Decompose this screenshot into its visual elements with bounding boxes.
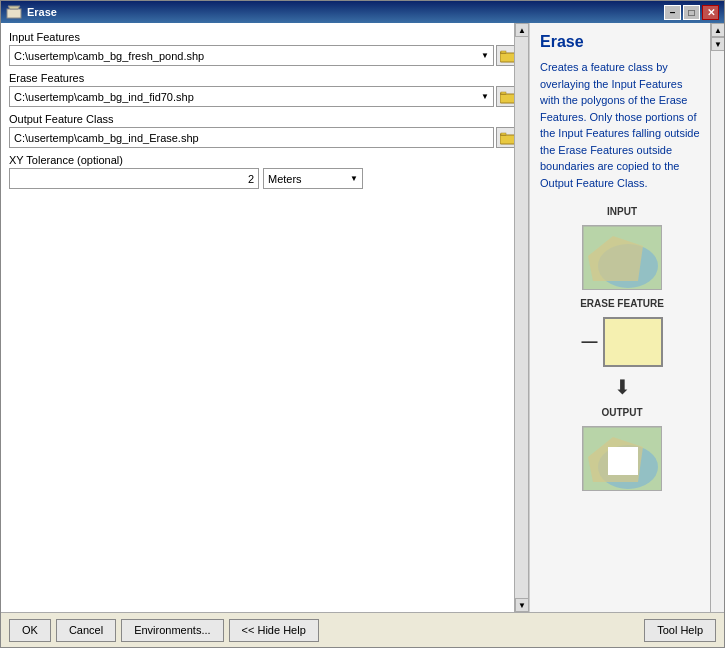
- output-diagram-box: [582, 426, 662, 491]
- erase-features-label: Erase Features: [9, 72, 520, 84]
- svg-marker-1: [8, 6, 20, 9]
- minus-sign: —: [582, 333, 598, 351]
- svg-rect-6: [500, 135, 515, 144]
- scroll-down-arrow[interactable]: ▼: [515, 598, 529, 612]
- output-feature-class-label: Output Feature Class: [9, 113, 520, 125]
- input-features-arrow: ▼: [481, 51, 489, 60]
- diagram-section: INPUT ERAS: [540, 206, 704, 491]
- erase-features-value: C:\usertemp\camb_bg_ind_fid70.shp: [14, 91, 473, 103]
- footer-left-buttons: OK Cancel Environments... << Hide Help: [9, 619, 319, 642]
- xy-units-arrow: ▼: [350, 174, 358, 183]
- xy-units-value: Meters: [268, 173, 302, 185]
- svg-rect-7: [501, 133, 506, 135]
- input-diagram-label: INPUT: [607, 206, 637, 217]
- output-feature-class-row: [9, 127, 520, 148]
- svg-rect-0: [7, 9, 21, 18]
- xy-tolerance-group: XY Tolerance (optional) Meters ▼: [9, 154, 520, 189]
- svg-rect-4: [500, 94, 515, 103]
- erase-features-arrow: ▼: [481, 92, 489, 101]
- ok-button[interactable]: OK: [9, 619, 51, 642]
- input-features-row: C:\usertemp\camb_bg_fresh_pond.shp ▼: [9, 45, 520, 66]
- erase-box: [603, 317, 663, 367]
- left-panel: Input Features C:\usertemp\camb_bg_fresh…: [1, 23, 529, 612]
- svg-rect-3: [501, 51, 506, 53]
- input-features-label: Input Features: [9, 31, 520, 43]
- output-feature-class-input[interactable]: [9, 127, 494, 148]
- xy-tolerance-units-combo[interactable]: Meters ▼: [263, 168, 363, 189]
- input-features-combo[interactable]: C:\usertemp\camb_bg_fresh_pond.shp ▼: [9, 45, 494, 66]
- main-area: Input Features C:\usertemp\camb_bg_fresh…: [1, 23, 724, 612]
- erase-feature-row: —: [582, 317, 663, 367]
- scroll-up-arrow[interactable]: ▲: [515, 23, 529, 37]
- input-diagram-svg: [583, 226, 662, 290]
- input-diagram-box: [582, 225, 662, 290]
- svg-rect-5: [501, 92, 506, 94]
- minimize-button[interactable]: –: [664, 5, 681, 20]
- maximize-button[interactable]: □: [683, 5, 700, 20]
- erase-icon: [6, 4, 22, 20]
- right-scroll-down[interactable]: ▼: [711, 37, 724, 51]
- erase-features-group: Erase Features C:\usertemp\camb_bg_ind_f…: [9, 72, 520, 107]
- output-diagram-svg: [583, 427, 662, 491]
- right-scrollbar[interactable]: ▲ ▼: [710, 23, 724, 612]
- close-button[interactable]: ✕: [702, 5, 719, 20]
- title-bar-text: Erase: [6, 4, 57, 20]
- scroll-area: Input Features C:\usertemp\camb_bg_fresh…: [1, 23, 528, 612]
- erase-features-combo[interactable]: C:\usertemp\camb_bg_ind_fid70.shp ▼: [9, 86, 494, 107]
- title-bar: Erase – □ ✕: [1, 1, 724, 23]
- input-features-value: C:\usertemp\camb_bg_fresh_pond.shp: [14, 50, 473, 62]
- xy-tolerance-input[interactable]: [9, 168, 259, 189]
- scroll-thumb[interactable]: [515, 37, 528, 598]
- right-panel: Erase Creates a feature class by overlay…: [529, 23, 724, 612]
- arrow-down-icon: ⬇: [614, 375, 631, 399]
- left-scrollbar[interactable]: ▲ ▼: [514, 23, 528, 612]
- help-title: Erase: [540, 33, 704, 51]
- footer: OK Cancel Environments... << Hide Help T…: [1, 612, 724, 647]
- erase-features-row: C:\usertemp\camb_bg_ind_fid70.shp ▼: [9, 86, 520, 107]
- environments-button[interactable]: Environments...: [121, 619, 223, 642]
- output-feature-class-group: Output Feature Class: [9, 113, 520, 148]
- tool-help-button[interactable]: Tool Help: [644, 619, 716, 642]
- help-description: Creates a feature class by overlaying th…: [540, 59, 704, 191]
- right-scroll-up[interactable]: ▲: [711, 23, 724, 37]
- xy-tolerance-row: Meters ▼: [9, 168, 520, 189]
- hide-help-button[interactable]: << Hide Help: [229, 619, 319, 642]
- right-content: Erase Creates a feature class by overlay…: [530, 23, 724, 612]
- erase-dialog: Erase – □ ✕ Input Features C:\usertemp\c…: [0, 0, 725, 648]
- output-diagram-label: OUTPUT: [601, 407, 642, 418]
- title-bar-buttons: – □ ✕: [664, 5, 719, 20]
- input-features-group: Input Features C:\usertemp\camb_bg_fresh…: [9, 31, 520, 66]
- cancel-button[interactable]: Cancel: [56, 619, 116, 642]
- xy-tolerance-label: XY Tolerance (optional): [9, 154, 520, 166]
- erase-feature-label: ERASE FEATURE: [580, 298, 664, 309]
- svg-rect-15: [608, 447, 638, 475]
- svg-rect-2: [500, 53, 515, 62]
